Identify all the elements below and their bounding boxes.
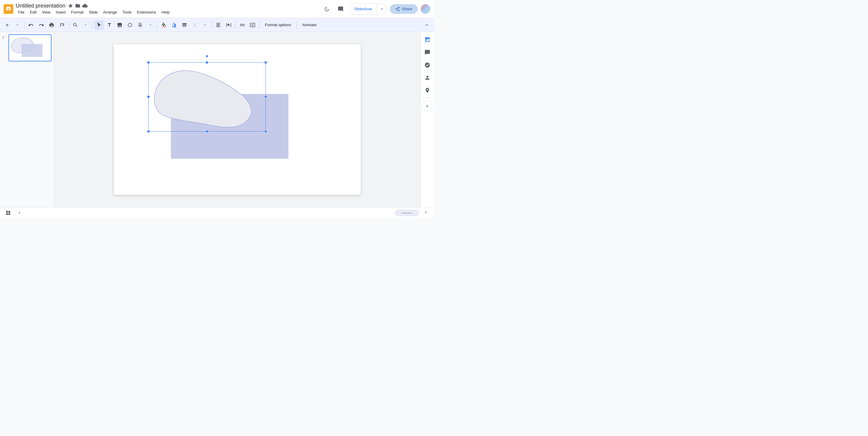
zoom-indicator: ──── bbox=[395, 209, 419, 216]
sidebar-divider bbox=[424, 98, 430, 98]
menu-extensions[interactable]: Extensions bbox=[135, 9, 159, 15]
menu-help[interactable]: Help bbox=[159, 9, 172, 15]
cloud-save-icon[interactable] bbox=[82, 3, 88, 8]
toolbar-collapse-button[interactable] bbox=[422, 20, 432, 30]
toolbar-sep-5 bbox=[212, 21, 212, 29]
rotation-handle[interactable] bbox=[206, 55, 208, 58]
zoom-dropdown[interactable] bbox=[81, 20, 90, 30]
share-button[interactable]: Share bbox=[390, 4, 418, 14]
border-dash-button[interactable] bbox=[190, 20, 199, 30]
main-area: 1 bbox=[0, 32, 434, 207]
paint-format-button[interactable] bbox=[57, 20, 67, 30]
cursor-tool[interactable] bbox=[94, 20, 104, 30]
slideshow-button[interactable]: Slideshow bbox=[349, 4, 377, 13]
history-button[interactable] bbox=[321, 4, 332, 14]
redo-button[interactable] bbox=[36, 20, 46, 30]
slideshow-group: Slideshow bbox=[349, 3, 387, 15]
grid-view-button[interactable] bbox=[4, 208, 13, 217]
add-dropdown[interactable] bbox=[13, 20, 22, 30]
right-sidebar: + bbox=[420, 32, 434, 207]
image-tool[interactable] bbox=[115, 20, 124, 30]
toolbar-sep-4 bbox=[157, 21, 157, 29]
toolbar-sep-7 bbox=[259, 21, 259, 29]
title-bar: Untitled presentation File Edit View Ins… bbox=[0, 0, 434, 18]
svg-point-2 bbox=[128, 23, 132, 27]
text-tool[interactable] bbox=[104, 20, 114, 30]
title-area: Untitled presentation File Edit View Ins… bbox=[16, 3, 319, 15]
slideshow-dropdown-button[interactable] bbox=[377, 4, 386, 14]
svg-rect-3 bbox=[162, 27, 166, 27]
doc-title: Untitled presentation bbox=[16, 3, 319, 9]
toolbar: Format options Animate bbox=[0, 18, 434, 32]
border-weight-button[interactable] bbox=[180, 20, 189, 30]
alt-text-button[interactable] bbox=[248, 20, 257, 30]
slide-thumbnail-1[interactable] bbox=[8, 34, 52, 61]
sidebar-maps-icon[interactable] bbox=[422, 85, 433, 96]
sidebar-contacts-icon[interactable] bbox=[422, 72, 433, 83]
share-label: Share bbox=[402, 7, 412, 11]
doc-title-text[interactable]: Untitled presentation bbox=[16, 3, 65, 9]
sidebar-notes-icon[interactable] bbox=[422, 47, 433, 58]
doc-title-icons bbox=[68, 3, 88, 8]
border-dash-dropdown[interactable] bbox=[200, 20, 210, 30]
canvas-area[interactable] bbox=[54, 32, 420, 207]
menu-arrange[interactable]: Arrange bbox=[101, 9, 119, 15]
title-actions: Slideshow Share bbox=[321, 3, 430, 15]
blob-svg bbox=[148, 62, 266, 132]
format-options-button[interactable]: Format options bbox=[261, 21, 295, 29]
add-button[interactable] bbox=[2, 20, 12, 30]
print-button[interactable] bbox=[47, 20, 56, 30]
line-tool[interactable] bbox=[135, 20, 145, 30]
sidebar-tasks-icon[interactable] bbox=[422, 60, 433, 70]
menu-tools[interactable]: Tools bbox=[120, 9, 134, 15]
folder-icon[interactable] bbox=[75, 3, 81, 8]
expand-button[interactable] bbox=[421, 208, 430, 217]
slide-thumb-inner bbox=[9, 35, 51, 61]
toolbar-sep-8 bbox=[297, 21, 297, 29]
link-button[interactable] bbox=[238, 20, 247, 30]
menu-slide[interactable]: Slide bbox=[87, 9, 100, 15]
menu-edit[interactable]: Edit bbox=[27, 9, 39, 15]
menu-insert[interactable]: Insert bbox=[53, 9, 68, 15]
comment-button[interactable] bbox=[335, 4, 346, 14]
slide-panel: 1 bbox=[0, 32, 54, 207]
border-color-button[interactable] bbox=[169, 20, 179, 30]
fill-color-button[interactable] bbox=[159, 20, 169, 30]
menu-format[interactable]: Format bbox=[69, 9, 86, 15]
distribute-button[interactable] bbox=[224, 20, 234, 30]
star-icon[interactable] bbox=[68, 3, 73, 8]
menu-file[interactable]: File bbox=[16, 9, 27, 15]
toolbar-sep-3 bbox=[92, 21, 93, 29]
collapse-panel-button[interactable] bbox=[15, 208, 24, 217]
slide-number-1: 1 bbox=[2, 36, 7, 39]
align-button[interactable] bbox=[214, 20, 223, 30]
menu-bar: File Edit View Insert Format Slide Arran… bbox=[16, 9, 319, 15]
sidebar-calendar-icon[interactable] bbox=[422, 34, 433, 45]
zoom-button[interactable] bbox=[70, 20, 80, 30]
line-dropdown[interactable] bbox=[146, 20, 155, 30]
svg-rect-4 bbox=[172, 27, 176, 27]
menu-view[interactable]: View bbox=[39, 9, 53, 15]
slide-canvas[interactable] bbox=[114, 44, 361, 195]
thumb-rect-shape bbox=[22, 44, 43, 57]
animate-button[interactable]: Animate bbox=[299, 21, 320, 29]
bottom-bar: ──── bbox=[0, 207, 434, 218]
shape-tool[interactable] bbox=[125, 20, 135, 30]
blob-shape-container[interactable] bbox=[148, 62, 266, 132]
sidebar-add-icon[interactable]: + bbox=[422, 101, 433, 112]
toolbar-sep-2 bbox=[68, 21, 69, 29]
undo-button[interactable] bbox=[26, 20, 36, 30]
app-logo[interactable] bbox=[4, 4, 13, 14]
user-avatar[interactable] bbox=[421, 4, 430, 14]
slide-1-row: 1 bbox=[2, 34, 52, 61]
